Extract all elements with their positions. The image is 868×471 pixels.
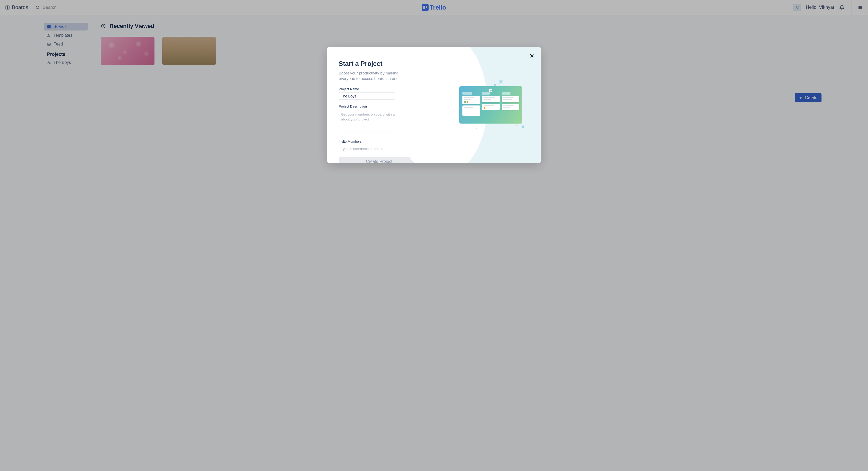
modal: Start a Project Boost your productivity … xyxy=(327,47,541,163)
modal-illustration-panel xyxy=(441,47,541,163)
create-project-button[interactable]: Create Project xyxy=(339,157,420,163)
sparkle-icon xyxy=(515,124,518,127)
close-icon xyxy=(529,53,534,58)
board-illustration xyxy=(459,86,522,124)
illustration-logo-icon xyxy=(489,89,492,92)
sparkle-icon xyxy=(492,83,497,88)
sparkle-icon xyxy=(475,127,478,130)
sparkle-icon xyxy=(520,124,526,130)
close-button[interactable] xyxy=(529,53,534,58)
sparkle-icon xyxy=(498,79,504,84)
